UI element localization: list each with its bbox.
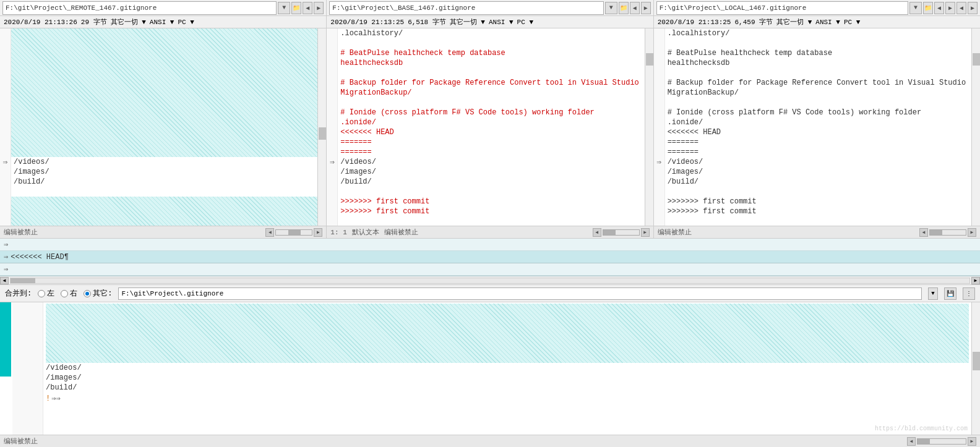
right-merge-arrow[interactable]: ⇒ <box>656 157 661 167</box>
right-scroll-left-btn[interactable]: ◀ <box>919 228 928 237</box>
left-code-line-3: /build/ <box>11 177 317 187</box>
merge-path-dropdown-btn[interactable]: ▼ <box>928 287 938 300</box>
right-enc1-dropdown[interactable]: 其它一切 ▼ <box>776 17 812 27</box>
right-hscroll-thumb[interactable] <box>930 230 942 235</box>
merge-radio-other-circle[interactable] <box>84 290 91 297</box>
left-nav-btn3[interactable]: ▶ <box>314 2 324 14</box>
left-merge-arrow[interactable]: ⇒ <box>3 157 8 167</box>
conflict-nav-section: ⇒ ⇒ <<<<<<< HEAD¶ ⇒ <box>0 239 980 276</box>
left-file-path[interactable]: F:\git\Project\_REMOTE_1467.gitignore <box>2 1 277 15</box>
right-extra-btn2[interactable]: ▶ <box>968 2 978 14</box>
right-nav-btn3[interactable]: ▶ <box>945 2 955 14</box>
bottom-vscroll-thumb[interactable] <box>973 352 980 370</box>
r-line-healthchecksdb: healthchecksdb <box>665 58 971 68</box>
merge-bar: 合并到: 左 右 其它: F:\git\Project\.gitignore ▼… <box>0 285 980 302</box>
center-file-path[interactable]: F:\git\Project\_BASE_1467.gitignore <box>329 1 603 15</box>
r-line-first2: >>>>>>> first commit <box>665 206 971 216</box>
center-hscroll-track[interactable] <box>603 229 640 236</box>
bottom-scroll-left-btn[interactable]: ◀ <box>907 437 916 446</box>
center-scroll-left-btn[interactable]: ◀ <box>593 228 601 237</box>
left-statusbar: 编辑被禁止 ◀ ▶ <box>0 226 326 238</box>
right-file-path[interactable]: F:\git\Project\_LOCAL_1467.gitignore <box>656 1 908 15</box>
h-scroll-bar-area[interactable]: ◀ ▶ <box>0 276 980 285</box>
left-arrow-gutter: ⇒ <box>0 28 11 226</box>
c-line-ionide-comment: # Ionide (cross platform F# VS Code tool… <box>338 108 644 117</box>
center-nav-btn1[interactable]: 📁 <box>619 2 629 14</box>
merge-path-display[interactable]: F:\git\Project\.gitignore <box>118 287 922 300</box>
bottom-code-area[interactable]: /videos/ /images/ /build/ ! ⇒⇒ <box>43 302 971 435</box>
c-empty-1 <box>338 38 644 48</box>
left-hatched-block-2 <box>11 197 317 226</box>
left-scroll-right-btn[interactable]: ▶ <box>314 228 322 237</box>
center-enc2-dropdown[interactable]: ANSI ▼ <box>489 19 514 26</box>
r-line-migrationbackup: MigrationBackup/ <box>665 88 971 98</box>
center-vscroll[interactable] <box>645 28 653 226</box>
bottom-scroll-right-btn[interactable]: ▶ <box>968 437 976 446</box>
right-lineend-dropdown[interactable]: PC ▼ <box>844 19 860 26</box>
c-empty-3 <box>338 98 644 108</box>
c-line-healthchecksdb: healthchecksdb <box>338 58 644 68</box>
right-timestamp: 2020/8/19 21:13:25 <box>658 19 731 26</box>
center-enc1-dropdown[interactable]: 其它一切 ▼ <box>450 17 485 27</box>
left-hscroll-track[interactable] <box>275 229 312 236</box>
bottom-content: /videos/ /images/ /build/ ! ⇒⇒ https://b… <box>0 302 980 435</box>
left-nav-btn2[interactable]: ◀ <box>303 2 312 14</box>
right-hscroll-track[interactable] <box>929 229 966 236</box>
left-lineend-dropdown[interactable]: PC ▼ <box>178 19 194 26</box>
merge-radio-right[interactable]: 右 <box>61 288 77 299</box>
bottom-vscroll[interactable] <box>971 302 980 435</box>
left-folder-btn[interactable]: ▼ <box>278 2 290 14</box>
left-hscroll-thumb[interactable] <box>288 230 301 235</box>
bottom-statusbar: 编辑被禁止 ◀ ▶ <box>0 435 980 447</box>
right-scroll-right-btn[interactable]: ▶ <box>968 228 976 237</box>
bottom-hatched-top <box>46 304 969 363</box>
right-extra-btn1[interactable]: ◀ <box>956 2 966 14</box>
center-folder-btn[interactable]: ▼ <box>605 2 617 14</box>
right-vscroll[interactable] <box>971 28 980 226</box>
merge-radio-left-circle[interactable] <box>38 290 45 297</box>
merge-save-btn[interactable]: 💾 <box>944 287 956 300</box>
conflict-arrow-3: ⇒ <box>4 265 8 274</box>
right-folder-btn[interactable]: ▼ <box>909 2 922 14</box>
right-code-area[interactable]: .localhistory/ # BeatPulse healthcheck t… <box>665 28 971 226</box>
bottom-edit-status: 编辑被禁止 <box>4 436 38 446</box>
c-line-videos: /videos/ <box>338 157 644 167</box>
center-nav-btn3[interactable]: ▶ <box>641 2 651 14</box>
bottom-hscroll-thumb[interactable] <box>918 439 930 444</box>
left-scroll-left-btn[interactable]: ◀ <box>265 228 274 237</box>
right-vscroll-thumb[interactable] <box>973 53 980 66</box>
left-code-line-2: /images/ <box>11 167 317 177</box>
left-panel: ⇒ /videos/ /images/ /build/ <box>0 28 327 238</box>
left-enc2-dropdown[interactable]: ANSI ▼ <box>150 19 174 26</box>
merge-extra-btn[interactable]: ⋮ <box>963 287 975 300</box>
merge-label: 合并到: <box>5 288 32 299</box>
bottom-indicator-strip <box>0 302 12 435</box>
hscroll-track-main[interactable] <box>10 278 970 284</box>
c-line-backup-comment: # Backup folder for Package Reference Co… <box>338 78 644 88</box>
merge-radio-right-circle[interactable] <box>61 290 68 297</box>
right-nav-btn2[interactable]: ◀ <box>934 2 944 14</box>
center-edit-status: 编辑被禁止 <box>384 228 418 237</box>
c-line-migrationbackup: MigrationBackup/ <box>338 88 644 98</box>
center-merge-arrow[interactable]: ⇒ <box>330 157 335 167</box>
merge-radio-left[interactable]: 左 <box>38 288 54 299</box>
merge-radio-other[interactable]: 其它: <box>84 288 112 299</box>
hscroll-right-btn[interactable]: ▶ <box>971 277 980 284</box>
bottom-hscroll-track[interactable] <box>917 438 966 445</box>
center-code-area[interactable]: .localhistory/ # BeatPulse healthcheck t… <box>338 28 644 226</box>
right-enc2-dropdown[interactable]: ANSI ▼ <box>815 19 840 26</box>
center-scroll-right-btn[interactable]: ▶ <box>641 228 650 237</box>
center-vscroll-thumb[interactable] <box>646 53 653 66</box>
hscroll-left-btn[interactable]: ◀ <box>0 277 9 284</box>
left-enc1-dropdown[interactable]: 其它一切 ▼ <box>111 17 146 27</box>
left-code-area[interactable]: /videos/ /images/ /build/ <box>11 28 317 226</box>
center-nav-btn2[interactable]: ◀ <box>630 2 640 14</box>
center-lineend-dropdown[interactable]: PC ▼ <box>517 19 533 26</box>
left-vscroll[interactable] <box>317 28 326 226</box>
hscroll-thumb-main[interactable] <box>11 278 35 283</box>
right-nav-btn1[interactable]: 📁 <box>923 2 933 14</box>
left-nav-btn1[interactable]: 📁 <box>291 2 301 14</box>
center-hscroll-thumb[interactable] <box>603 230 616 235</box>
left-vscroll-thumb[interactable] <box>319 127 326 140</box>
left-timestamp: 2020/8/19 21:13:26 <box>4 19 77 26</box>
